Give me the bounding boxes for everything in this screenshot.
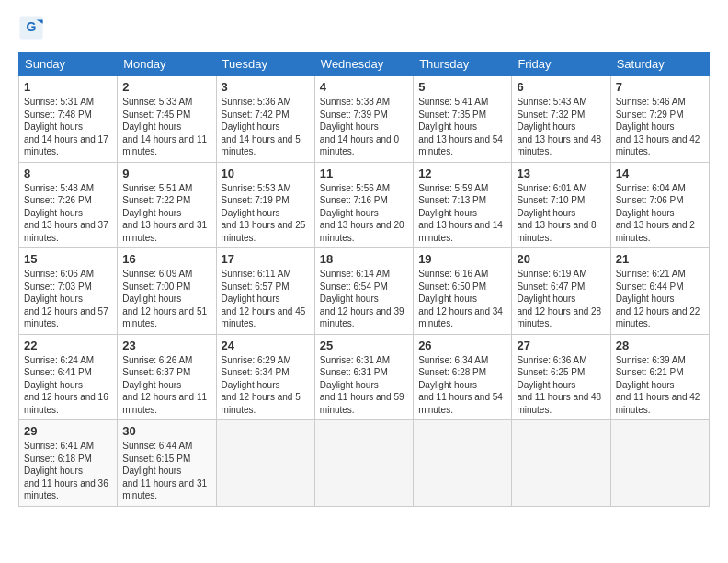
day-info: Sunrise: 6:14 AMSunset: 6:54 PMDaylight … xyxy=(320,268,408,330)
day-info: Sunrise: 6:39 AMSunset: 6:21 PMDaylight … xyxy=(616,354,704,417)
table-row: 14 Sunrise: 6:04 AMSunset: 7:06 PMDaylig… xyxy=(610,162,709,248)
calendar-table: Sunday Monday Tuesday Wednesday Thursday… xyxy=(18,52,710,507)
day-number: 5 xyxy=(418,80,506,94)
table-row: 3 Sunrise: 5:36 AMSunset: 7:42 PMDayligh… xyxy=(216,76,314,163)
day-number: 29 xyxy=(24,424,112,438)
col-friday: Friday xyxy=(512,52,610,76)
table-row: 16 Sunrise: 6:09 AMSunset: 7:00 PMDaylig… xyxy=(118,248,216,335)
empty-cell xyxy=(216,420,314,507)
day-number: 15 xyxy=(24,252,112,266)
week-row: 22 Sunrise: 6:24 AMSunset: 6:41 PMDaylig… xyxy=(19,334,710,420)
day-number: 23 xyxy=(122,339,210,352)
day-info: Sunrise: 5:56 AMSunset: 7:16 PMDaylight … xyxy=(320,182,408,245)
day-info: Sunrise: 6:31 AMSunset: 6:31 PMDaylight … xyxy=(320,354,408,417)
table-row: 23 Sunrise: 6:26 AMSunset: 6:37 PMDaylig… xyxy=(118,334,216,420)
day-info: Sunrise: 6:29 AMSunset: 6:34 PMDaylight … xyxy=(222,354,310,417)
day-info: Sunrise: 6:26 AMSunset: 6:37 PMDaylight … xyxy=(122,354,210,417)
day-number: 3 xyxy=(222,80,310,94)
table-row: 11 Sunrise: 5:56 AMSunset: 7:16 PMDaylig… xyxy=(314,162,413,248)
table-row: 13 Sunrise: 6:01 AMSunset: 7:10 PMDaylig… xyxy=(512,162,610,248)
day-number: 11 xyxy=(320,167,408,180)
col-saturday: Saturday xyxy=(610,52,709,76)
day-info: Sunrise: 6:21 AMSunset: 6:44 PMDaylight … xyxy=(616,268,704,330)
day-number: 2 xyxy=(122,80,210,94)
day-number: 1 xyxy=(24,80,112,94)
day-info: Sunrise: 6:41 AMSunset: 6:18 PMDaylight … xyxy=(24,440,112,502)
day-number: 6 xyxy=(517,80,605,94)
table-row: 30 Sunrise: 6:44 AMSunset: 6:15 PMDaylig… xyxy=(118,420,216,507)
table-row: 25 Sunrise: 6:31 AMSunset: 6:31 PMDaylig… xyxy=(314,334,413,420)
day-number: 7 xyxy=(616,80,704,94)
day-info: Sunrise: 5:38 AMSunset: 7:39 PMDaylight … xyxy=(320,96,408,158)
empty-cell xyxy=(512,420,610,507)
table-row: 4 Sunrise: 5:38 AMSunset: 7:39 PMDayligh… xyxy=(314,76,413,163)
day-info: Sunrise: 5:46 AMSunset: 7:29 PMDaylight … xyxy=(616,96,704,158)
header-row: Sunday Monday Tuesday Wednesday Thursday… xyxy=(19,52,710,76)
col-tuesday: Tuesday xyxy=(216,52,314,76)
table-row: 18 Sunrise: 6:14 AMSunset: 6:54 PMDaylig… xyxy=(314,248,413,335)
table-row: 24 Sunrise: 6:29 AMSunset: 6:34 PMDaylig… xyxy=(216,334,314,420)
svg-text:G: G xyxy=(27,19,37,34)
table-row: 20 Sunrise: 6:19 AMSunset: 6:47 PMDaylig… xyxy=(512,248,610,335)
week-row: 29 Sunrise: 6:41 AMSunset: 6:18 PMDaylig… xyxy=(19,420,710,507)
day-number: 13 xyxy=(517,167,605,180)
day-info: Sunrise: 6:06 AMSunset: 7:03 PMDaylight … xyxy=(24,268,112,330)
day-number: 25 xyxy=(320,339,408,352)
empty-cell xyxy=(610,420,709,507)
day-info: Sunrise: 5:51 AMSunset: 7:22 PMDaylight … xyxy=(122,182,210,245)
day-number: 14 xyxy=(616,167,704,180)
day-info: Sunrise: 5:31 AMSunset: 7:48 PMDaylight … xyxy=(24,96,112,158)
table-row: 2 Sunrise: 5:33 AMSunset: 7:45 PMDayligh… xyxy=(118,76,216,163)
day-number: 4 xyxy=(320,80,408,94)
day-number: 22 xyxy=(24,339,112,352)
day-info: Sunrise: 5:33 AMSunset: 7:45 PMDaylight … xyxy=(122,96,210,158)
day-number: 17 xyxy=(222,252,310,266)
day-info: Sunrise: 6:09 AMSunset: 7:00 PMDaylight … xyxy=(122,268,210,330)
day-number: 26 xyxy=(418,339,506,352)
day-info: Sunrise: 5:36 AMSunset: 7:42 PMDaylight … xyxy=(222,96,310,158)
day-info: Sunrise: 6:11 AMSunset: 6:57 PMDaylight … xyxy=(222,268,310,330)
day-info: Sunrise: 6:16 AMSunset: 6:50 PMDaylight … xyxy=(418,268,506,330)
table-row: 5 Sunrise: 5:41 AMSunset: 7:35 PMDayligh… xyxy=(414,76,512,163)
day-info: Sunrise: 6:19 AMSunset: 6:47 PMDaylight … xyxy=(517,268,605,330)
day-info: Sunrise: 5:59 AMSunset: 7:13 PMDaylight … xyxy=(418,182,506,245)
table-row: 27 Sunrise: 6:36 AMSunset: 6:25 PMDaylig… xyxy=(512,334,610,420)
table-row: 19 Sunrise: 6:16 AMSunset: 6:50 PMDaylig… xyxy=(414,248,512,335)
day-number: 10 xyxy=(222,167,310,180)
table-row: 21 Sunrise: 6:21 AMSunset: 6:44 PMDaylig… xyxy=(610,248,709,335)
day-number: 19 xyxy=(418,252,506,266)
table-row: 26 Sunrise: 6:34 AMSunset: 6:28 PMDaylig… xyxy=(414,334,512,420)
col-monday: Monday xyxy=(118,52,216,76)
day-number: 24 xyxy=(222,339,310,352)
day-info: Sunrise: 6:44 AMSunset: 6:15 PMDaylight … xyxy=(122,440,210,502)
day-info: Sunrise: 6:04 AMSunset: 7:06 PMDaylight … xyxy=(616,182,704,245)
col-wednesday: Wednesday xyxy=(314,52,413,76)
empty-cell xyxy=(414,420,512,507)
day-info: Sunrise: 6:34 AMSunset: 6:28 PMDaylight … xyxy=(418,354,506,417)
empty-cell xyxy=(314,420,413,507)
day-number: 18 xyxy=(320,252,408,266)
day-info: Sunrise: 5:41 AMSunset: 7:35 PMDaylight … xyxy=(418,96,506,158)
day-info: Sunrise: 6:24 AMSunset: 6:41 PMDaylight … xyxy=(24,354,112,417)
day-number: 16 xyxy=(122,252,210,266)
day-info: Sunrise: 6:01 AMSunset: 7:10 PMDaylight … xyxy=(517,182,605,245)
week-row: 1 Sunrise: 5:31 AMSunset: 7:48 PMDayligh… xyxy=(19,76,710,163)
day-number: 27 xyxy=(517,339,605,352)
table-row: 12 Sunrise: 5:59 AMSunset: 7:13 PMDaylig… xyxy=(414,162,512,248)
logo-icon: G xyxy=(18,15,44,40)
col-sunday: Sunday xyxy=(19,52,118,76)
day-info: Sunrise: 5:48 AMSunset: 7:26 PMDaylight … xyxy=(24,182,112,245)
table-row: 1 Sunrise: 5:31 AMSunset: 7:48 PMDayligh… xyxy=(19,76,118,163)
table-row: 8 Sunrise: 5:48 AMSunset: 7:26 PMDayligh… xyxy=(19,162,118,248)
week-row: 15 Sunrise: 6:06 AMSunset: 7:03 PMDaylig… xyxy=(19,248,710,335)
day-number: 20 xyxy=(517,252,605,266)
col-thursday: Thursday xyxy=(414,52,512,76)
day-number: 21 xyxy=(616,252,704,266)
day-number: 30 xyxy=(122,424,210,438)
day-number: 12 xyxy=(418,167,506,180)
day-info: Sunrise: 5:43 AMSunset: 7:32 PMDaylight … xyxy=(517,96,605,158)
table-row: 22 Sunrise: 6:24 AMSunset: 6:41 PMDaylig… xyxy=(19,334,118,420)
day-number: 8 xyxy=(24,167,112,180)
table-row: 6 Sunrise: 5:43 AMSunset: 7:32 PMDayligh… xyxy=(512,76,610,163)
table-row: 29 Sunrise: 6:41 AMSunset: 6:18 PMDaylig… xyxy=(19,420,118,507)
